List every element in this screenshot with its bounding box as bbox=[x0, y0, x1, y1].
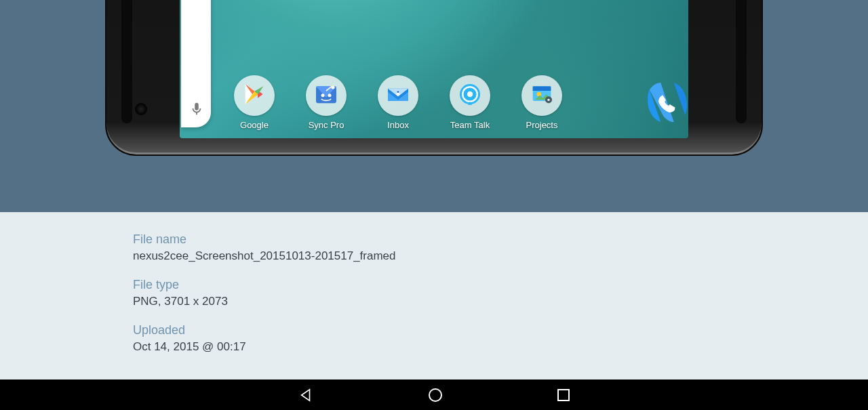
speaker-grill-left bbox=[121, 0, 132, 123]
uploaded-label: Uploaded bbox=[133, 323, 868, 337]
uploaded-value: Oct 14, 2015 @ 00:17 bbox=[133, 340, 868, 354]
filename-value: nexus2cee_Screenshot_20151013-201517_fra… bbox=[133, 249, 868, 263]
dock-app-projects[interactable]: Projects bbox=[508, 75, 576, 130]
front-camera bbox=[135, 103, 147, 115]
svg-point-6 bbox=[467, 91, 473, 97]
dock-label: Google bbox=[240, 120, 269, 130]
file-info-panel: File name nexus2cee_Screenshot_20151013-… bbox=[0, 212, 868, 380]
system-nav-bar bbox=[0, 380, 868, 410]
nav-back-button[interactable] bbox=[298, 388, 313, 403]
mic-icon[interactable] bbox=[189, 102, 204, 117]
nav-recent-button[interactable] bbox=[557, 389, 570, 401]
nav-home-button[interactable] bbox=[429, 388, 442, 402]
filename-label: File name bbox=[133, 232, 868, 247]
device-screen: Google bbox=[180, 0, 688, 138]
inbox-icon bbox=[384, 81, 412, 110]
dock-app-syncpro[interactable]: Sync Pro bbox=[292, 75, 360, 130]
play-store-icon bbox=[241, 81, 268, 110]
dock-app-google[interactable]: Google bbox=[220, 75, 288, 130]
dock-app-inbox[interactable]: Inbox bbox=[364, 75, 432, 130]
projects-icon bbox=[528, 81, 555, 110]
speaker-grill-right bbox=[736, 0, 747, 123]
dock-label: Inbox bbox=[387, 120, 409, 130]
svg-point-1 bbox=[321, 94, 325, 97]
dock-label: Team Talk bbox=[450, 120, 490, 130]
teamtalk-icon bbox=[456, 81, 484, 110]
preview-area: Google bbox=[0, 0, 868, 212]
dock-label: Projects bbox=[526, 120, 558, 130]
svg-point-2 bbox=[328, 94, 332, 97]
device-frame: Google bbox=[105, 0, 763, 156]
svg-rect-8 bbox=[533, 86, 551, 91]
filetype-label: File type bbox=[133, 278, 868, 292]
reddit-icon bbox=[313, 81, 340, 110]
svg-point-9 bbox=[537, 92, 542, 97]
dock-app-teamtalk[interactable]: Team Talk bbox=[436, 75, 504, 130]
filetype-value: PNG, 3701 x 2073 bbox=[133, 295, 868, 308]
google-search-pill[interactable] bbox=[180, 0, 211, 138]
svg-point-11 bbox=[547, 99, 549, 101]
dock-label: Sync Pro bbox=[309, 120, 344, 130]
